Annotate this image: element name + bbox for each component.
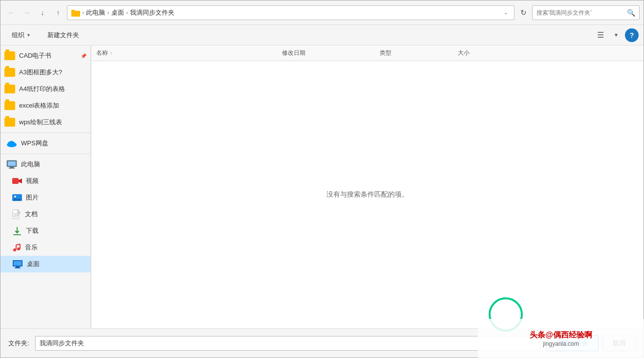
new-folder-button[interactable]: 新建文件夹 <box>41 28 86 42</box>
back-button[interactable]: ← <box>4 6 18 20</box>
toolbar-right: ☰ ▼ ? <box>594 28 639 42</box>
new-folder-label: 新建文件夹 <box>47 31 79 40</box>
col-name-label: 名称 <box>96 49 108 57</box>
sidebar-label-music: 音乐 <box>25 243 38 252</box>
address-path[interactable]: › 此电脑 › 桌面 › 我滴同步文件夹 ⌄ <box>67 5 515 20</box>
action-buttons: 选择文件夹 取消 <box>546 336 636 351</box>
svg-line-27 <box>16 244 20 245</box>
sidebar-item-a3[interactable]: A3图框图多大? <box>0 64 90 81</box>
dialog-window: ← → ↓ ↑ › 此电脑 › 桌面 › 我滴同步文件夹 ⌄ ↻ 🔍 组织 ▼ <box>0 0 644 358</box>
search-box[interactable]: 🔍 <box>532 5 640 20</box>
file-area: 名称 ↑ 修改日期 类型 大小 没有与搜索条件匹配的项。 <box>91 45 644 328</box>
sidebar-item-cad[interactable]: CAD电子书 📌 <box>0 47 90 64</box>
main-content: CAD电子书 📌 A3图框图多大? A4纸打印的表格 excel表格添加 wps… <box>0 45 644 328</box>
folder-icon <box>71 9 80 17</box>
folder-icon-a3 <box>4 68 15 77</box>
recent-button[interactable]: ↓ <box>36 6 49 20</box>
svg-rect-29 <box>14 261 21 266</box>
folder-input[interactable] <box>35 336 540 351</box>
up-button[interactable]: ↑ <box>51 6 65 20</box>
col-modified[interactable]: 修改日期 <box>282 49 380 57</box>
path-part-1: 此电脑 <box>86 8 105 17</box>
sidebar-label-a4: A4纸打印的表格 <box>19 85 65 93</box>
folder-icon-excel <box>4 101 15 110</box>
sidebar-divider-1 <box>0 133 90 133</box>
path-separator-1: › <box>82 9 84 16</box>
path-part-3: 我滴同步文件夹 <box>130 8 174 17</box>
sidebar-label-docs: 文档 <box>25 210 38 219</box>
folder-icon-a4 <box>4 85 15 93</box>
organize-label: 组织 <box>12 31 24 40</box>
svg-rect-10 <box>12 178 19 184</box>
col-size-label: 大小 <box>458 49 470 56</box>
path-part-2: 桌面 <box>111 8 124 17</box>
svg-rect-31 <box>15 268 21 268</box>
sidebar-item-a4[interactable]: A4纸打印的表格 <box>0 81 90 97</box>
toolbar: 组织 ▼ 新建文件夹 ☰ ▼ ? <box>0 25 644 45</box>
sidebar-item-excel[interactable]: excel表格添加 <box>0 97 90 114</box>
sidebar-divider-2 <box>0 154 90 154</box>
bottom-bar: 文件夹: 选择文件夹 取消 <box>0 328 644 358</box>
sidebar-item-music[interactable]: 音乐 <box>0 239 90 256</box>
path-separator-2: › <box>107 9 109 16</box>
organize-button[interactable]: 组织 ▼ <box>5 28 37 42</box>
search-icon: 🔍 <box>627 9 635 17</box>
svg-rect-1 <box>71 10 75 12</box>
sidebar-label-photos: 图片 <box>26 193 39 202</box>
forward-button[interactable]: → <box>20 6 34 20</box>
sidebar-label-wps-draw: wps绘制三线表 <box>19 118 62 127</box>
svg-rect-7 <box>8 161 16 166</box>
svg-marker-21 <box>15 231 20 234</box>
empty-message: 没有与搜索条件匹配的项。 <box>326 190 408 199</box>
music-icon <box>12 243 21 252</box>
sidebar-item-photos[interactable]: 图片 <box>0 189 90 206</box>
svg-rect-30 <box>16 267 20 268</box>
organize-dropdown-arrow: ▼ <box>26 33 31 38</box>
address-bar: ← → ↓ ↑ › 此电脑 › 桌面 › 我滴同步文件夹 ⌄ ↻ 🔍 <box>0 0 644 25</box>
doc-icon <box>12 209 21 219</box>
wps-cloud-icon <box>6 139 17 147</box>
col-type-label: 类型 <box>380 49 391 56</box>
path-separator-3: › <box>126 9 128 16</box>
file-content: 没有与搜索条件匹配的项。 <box>91 61 644 328</box>
pin-icon: 📌 <box>81 53 86 59</box>
sidebar-item-this-pc[interactable]: 此电脑 <box>0 156 90 173</box>
svg-point-13 <box>14 196 16 198</box>
column-header: 名称 ↑ 修改日期 类型 大小 <box>91 45 644 61</box>
sidebar-item-desktop[interactable]: 桌面 <box>0 256 90 272</box>
pc-icon <box>6 160 17 169</box>
col-type[interactable]: 类型 <box>380 49 458 57</box>
col-size[interactable]: 大小 <box>458 49 516 57</box>
download-icon <box>12 226 22 236</box>
sidebar-label-cad: CAD电子书 <box>19 51 51 60</box>
col-modified-label: 修改日期 <box>282 49 305 56</box>
desktop-icon <box>12 260 23 268</box>
refresh-button[interactable]: ↻ <box>516 6 530 20</box>
col-name[interactable]: 名称 ↑ <box>96 49 282 57</box>
search-input[interactable] <box>537 9 625 16</box>
sidebar-label-excel: excel表格添加 <box>19 101 59 110</box>
cancel-button[interactable]: 取消 <box>602 336 636 351</box>
sidebar-label-video: 视频 <box>26 177 39 185</box>
view-dropdown-button[interactable]: ▼ <box>609 28 623 42</box>
svg-rect-8 <box>10 167 14 168</box>
svg-point-5 <box>10 141 14 145</box>
svg-marker-11 <box>19 179 22 183</box>
view-button[interactable]: ☰ <box>594 28 607 42</box>
photo-icon <box>12 194 22 201</box>
sidebar-item-wps-cloud[interactable]: WPS网盘 <box>0 135 90 152</box>
sidebar-item-video[interactable]: 视频 <box>0 173 90 189</box>
sidebar-divider-vertical <box>91 45 91 328</box>
folder-icon-wps-draw <box>4 118 15 127</box>
path-dropdown-arrow[interactable]: ⌄ <box>501 8 510 17</box>
video-icon <box>12 177 22 185</box>
help-button[interactable]: ? <box>625 28 639 42</box>
sidebar-item-wps-draw[interactable]: wps绘制三线表 <box>0 114 90 131</box>
sidebar-label-downloads: 下载 <box>26 226 39 235</box>
sidebar-item-downloads[interactable]: 下载 <box>0 223 90 239</box>
sidebar-label-pc: 此电脑 <box>21 160 40 169</box>
sidebar-label-desktop: 桌面 <box>27 260 40 268</box>
select-folder-button[interactable]: 选择文件夹 <box>546 336 599 351</box>
sidebar: CAD电子书 📌 A3图框图多大? A4纸打印的表格 excel表格添加 wps… <box>0 45 91 328</box>
sidebar-item-docs[interactable]: 文档 <box>0 206 90 223</box>
